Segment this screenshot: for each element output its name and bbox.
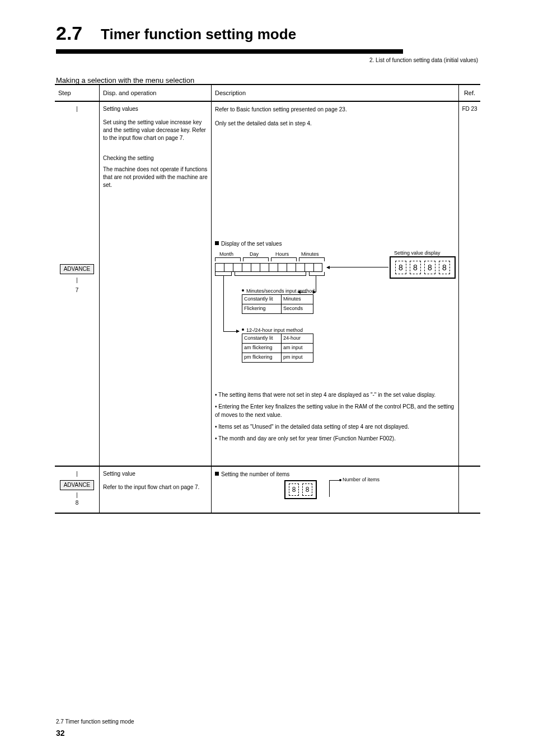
subtable-minutes: Constantly litMinutes FlickeringSeconds <box>242 294 313 314</box>
footer-subsection: 2.7 Timer function setting mode <box>56 719 134 725</box>
lead-label: Number of items <box>343 476 380 484</box>
advance-badge: ADVANCE <box>60 264 95 274</box>
setting-value-display: 8 8 8 8 <box>390 256 456 279</box>
table-header-row: Step Disp. and operation Description Ref… <box>55 85 480 102</box>
note-item: • Entering the Enter key finalizes the s… <box>215 402 455 419</box>
bullet-icon <box>339 479 341 481</box>
display-caption: Setting value display <box>394 250 441 257</box>
cell-operation: Setting values Set using the setting val… <box>100 102 212 466</box>
operation-check-text: The machine does not operate if function… <box>103 166 208 189</box>
section-title: Timer function setting mode <box>101 26 296 43</box>
digit-strip <box>215 263 322 272</box>
digit: 8 <box>439 261 450 274</box>
square-bullet-icon <box>215 472 219 476</box>
digit: 8 <box>395 261 406 274</box>
advance-badge: ADVANCE <box>60 480 95 490</box>
note-item: • Items set as "Unused" in the detailed … <box>215 422 455 431</box>
table-row: | ADVANCE | 8 Setting value Refer to the… <box>55 467 480 514</box>
cell-description: Refer to Basic function setting presente… <box>212 102 459 466</box>
subtable-hours: Constantly lit24-hour am flickeringam in… <box>242 334 313 363</box>
group-label: Day <box>250 251 259 259</box>
desc-p2: Only set the detailed data set in step 4… <box>215 119 455 128</box>
cell-operation: Setting value Refer to the input flow ch… <box>100 467 212 513</box>
digit: 8 <box>424 261 435 274</box>
menu-label: Making a selection with the menu selecti… <box>56 76 194 84</box>
cell-step: | ADVANCE | 7 <box>55 102 100 466</box>
col-desc: Description <box>212 85 459 101</box>
col-disp: Disp. and operation <box>100 85 212 101</box>
operation-text: Refer to the input flow chart on page 7. <box>103 483 208 491</box>
group-label: Month <box>219 251 233 259</box>
header-rule <box>56 49 403 54</box>
page-header: 2.7 Timer function setting mode <box>56 22 478 56</box>
operation-title: Setting values <box>103 105 208 113</box>
digit: 8 <box>302 483 312 496</box>
note-item: • The month and day are only set for yea… <box>215 434 455 443</box>
arrow-icon <box>327 267 388 267</box>
cell-step: | ADVANCE | 8 <box>55 467 100 513</box>
settings-table: Step Disp. and operation Description Ref… <box>55 84 480 514</box>
step-number: 7 <box>57 287 97 294</box>
table-row: | ADVANCE | 7 Setting values Set using t… <box>55 102 480 467</box>
chapter-reference: 2. List of function setting data (initia… <box>369 57 478 63</box>
cell-ref: FD 23 <box>459 102 480 466</box>
note-item: • The setting items that were not set in… <box>215 391 455 399</box>
digit: 8 <box>410 261 421 274</box>
group-label: Minutes <box>301 251 319 259</box>
square-bullet-icon <box>215 241 219 245</box>
col-step: Step <box>55 85 100 101</box>
col-ref: Ref. <box>459 85 480 101</box>
operation-check-title: Checking the setting <box>103 154 208 162</box>
desc-p1: Refer to Basic function setting presente… <box>215 105 455 114</box>
operation-text: Set using the setting value increase key… <box>103 119 208 142</box>
value-display-diagram: Display of the set values Month Day Hour… <box>215 240 455 385</box>
diagram-title: Display of the set values <box>215 240 282 248</box>
section-number: 2.7 <box>56 22 82 44</box>
page-number: 32 <box>56 729 65 738</box>
digit: 8 <box>289 483 299 496</box>
cell-description: Setting the number of items 8 8 Number o… <box>212 467 459 513</box>
operation-title: Setting value <box>103 470 208 478</box>
bullet-icon <box>242 289 244 292</box>
step-text: | <box>57 276 97 284</box>
desc-title: Setting the number of items <box>215 470 455 478</box>
cell-ref <box>459 467 480 513</box>
step-text: | <box>57 105 97 113</box>
items-display: 8 8 <box>284 480 317 499</box>
bullet-icon <box>242 328 244 331</box>
group-label: Hours <box>275 251 289 259</box>
